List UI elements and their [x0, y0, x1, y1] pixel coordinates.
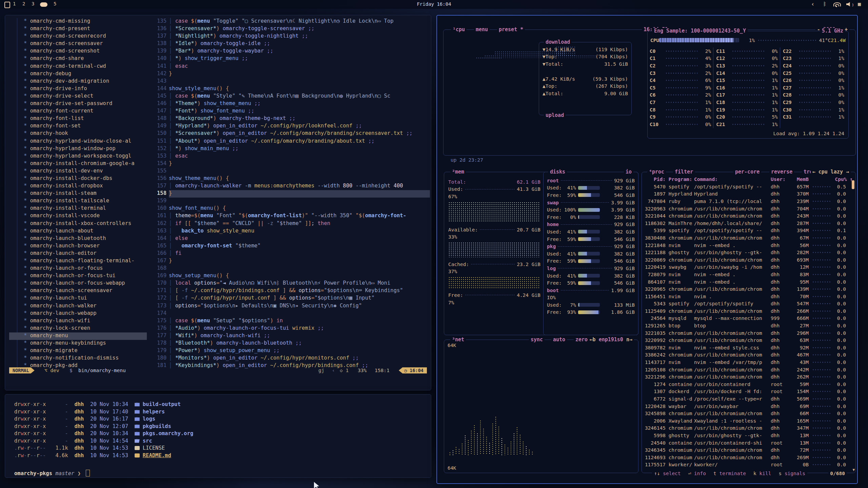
file-item[interactable]: * omarchy-launch-or-focus-tui [9, 272, 147, 280]
footer-info[interactable]: ⏎ info [688, 471, 706, 476]
net-interface[interactable]: ←b enp191s0 n→ [588, 337, 634, 343]
proc-row[interactable]: 1143717 nvimnvim --embed /var/tmp/pdhh43… [645, 359, 853, 366]
mem-tab[interactable]: ²mem [450, 169, 466, 175]
file-item[interactable]: * omarchy-cmd-share [9, 55, 147, 63]
proc-row[interactable]: 5399 spotify/opt/spotify/spotify --dhh39… [645, 227, 853, 235]
proc-row[interactable]: 3221044 chromium/usr/lib/chromium/chromd… [645, 212, 853, 220]
file-item[interactable]: * omarchy-launch-floating-terminal- [9, 258, 147, 265]
proc-row[interactable]: 1205108 chromium/usr/lib/chromium/chromd… [645, 366, 853, 373]
proc-row[interactable]: 3245898 chromium/usr/lib/chromium/chromd… [645, 410, 853, 417]
proc-row[interactable]: 3246345 chromium/usr/lib/chromium/chromd… [645, 446, 853, 454]
proc-row[interactable]: 3830408 chromium/usr/lib/chromium/chromd… [645, 234, 853, 242]
proc-row[interactable]: 2006 XwaylandXwayland :1 -rootless -dhh1… [645, 417, 853, 425]
file-item[interactable]: * omarchy-install-steam [9, 190, 147, 198]
file-item[interactable]: * omarchy-migrate [9, 347, 147, 355]
file-item[interactable]: * omarchy-drive-info [9, 85, 147, 93]
proc-tab-2[interactable]: per-core [733, 169, 761, 175]
file-item[interactable]: * omarchy-menu [9, 332, 147, 340]
file-item[interactable]: * omarchy-hyprland-window-close-al [9, 138, 147, 145]
proc-row[interactable]: 5998 ghostty/usr/bin/ghostty --gtk-dhh13… [645, 432, 853, 439]
file-item[interactable]: * omarchy-launch-browser [9, 243, 147, 250]
proc-row[interactable]: 1307 dockerd/usr/bin/dockerd -H fd:root1… [645, 388, 853, 395]
disks-tab[interactable]: disks [548, 169, 567, 175]
proc-row[interactable]: 1125409 chromium/usr/lib/chromium/chromd… [645, 307, 853, 315]
io-tab[interactable]: io [624, 169, 633, 175]
file-item[interactable]: * omarchy-install-dropbox [9, 183, 147, 190]
file-item[interactable]: * omarchy-install-tailscale [9, 198, 147, 205]
footer-select[interactable]: ↑↓ select [654, 471, 681, 476]
net-tab-zero[interactable]: zero [574, 337, 589, 343]
proc-row[interactable]: 24540 containe/usr/bin/containerd-shiroo… [645, 439, 853, 447]
listing-row[interactable]: drwxr-xr-x - dhh 20 Nov 10:34 build-outp… [14, 401, 421, 409]
proc-row[interactable]: 3220869 chromium/usr/lib/chromium/chromd… [645, 256, 853, 264]
file-item[interactable]: * omarchy-launch-editor [9, 250, 147, 258]
proc-row[interactable]: 1156451 nvimnvim .dhh70M0.0 [645, 293, 853, 300]
listing-row[interactable]: drwxr-xr-x - dhh 10 Nov 14:54 src [14, 438, 421, 445]
file-item[interactable]: * omarchy-cmd-screensaver [9, 40, 147, 48]
disk-name-row[interactable]: home929 GiB [547, 221, 635, 228]
proc-row[interactable]: 3809782 nvimnvim --embed style.cssdhh92M… [645, 344, 853, 351]
chevron-left-icon[interactable]: ‹ [811, 1, 814, 7]
disk-name-row[interactable]: root929 GiB [547, 177, 635, 184]
listing-row[interactable]: drwxr-xr-x - dhh 20 Nov 16:17 logs [14, 416, 421, 423]
file-item[interactable]: * omarchy-install-vscode [9, 212, 147, 220]
proc-row[interactable]: 1274 containe/usr/bin/containerdroot59M0… [645, 381, 853, 388]
proc-tab-0[interactable]: ⁴proc [647, 169, 666, 175]
proc-row[interactable]: 1220419 swaybg/usr/bin/swaybg -i /homdhh… [645, 264, 853, 271]
file-item[interactable]: * omarchy-lock-screen [9, 325, 147, 332]
file-item[interactable]: * omarchy-launch-walker [9, 303, 147, 310]
net-tab-auto[interactable]: auto [551, 337, 567, 343]
proc-row[interactable]: 747804 rubypuma 7.1.0 (tcp://localdhh239… [645, 198, 853, 205]
file-item[interactable]: * omarchy-font-set [9, 123, 147, 130]
file-item[interactable]: * omarchy-launch-screensaver [9, 287, 147, 295]
proc-row[interactable]: 6772 signal-d/proc/self/exe --type=rdhh5… [645, 395, 853, 403]
proc-row[interactable]: 3220992 chromium/usr/lib/chromium/chromd… [645, 337, 853, 344]
file-item[interactable]: * omarchy-install-docker-dbs [9, 175, 147, 183]
file-item[interactable]: * omarchy-cmd-screenrecord [9, 33, 147, 40]
proc-row[interactable]: 3221296 chromium/usr/lib/chromium/chromd… [645, 373, 853, 381]
listing-row[interactable]: drwxr-xr-x - dhh 20 Nov 10:34 pkgs.omarc… [14, 430, 421, 438]
proc-row[interactable]: 1897 HyprlandHyprlanddhh370M0.0 [645, 190, 853, 198]
file-item[interactable]: * omarchy-install-terminal [9, 205, 147, 212]
listing-row[interactable]: .rw-r--r-- 1.1k dhh 10 Nov 14:53 LICENSE [14, 445, 421, 452]
file-item[interactable]: * omarchy-notification-dismiss [9, 355, 147, 362]
cpu-icon[interactable]: ▦ [858, 1, 861, 7]
proc-row[interactable]: 5470 spotify/opt/spotify/spotify --dhh65… [645, 183, 853, 190]
code-pane[interactable]: │ case $(menu "Toggle" "▢ Screensaver\n☾… [169, 18, 430, 370]
shell-prompt[interactable]: omarchy-pkgs master ❯ [14, 470, 90, 476]
file-item[interactable]: * omarchy-hyprland-window-pop [9, 145, 147, 153]
file-item[interactable]: * omarchy-launch-wifi [9, 318, 147, 325]
proc-tab-1[interactable]: filter [673, 169, 695, 175]
current-file[interactable]: bin/omarchy-menu [78, 368, 126, 373]
net-tab-sync[interactable]: sync [529, 337, 545, 343]
file-item[interactable]: * omarchy-launch-about [9, 228, 147, 235]
file-item[interactable]: * omarchy-install-dev-env [9, 168, 147, 175]
proc-tab-3[interactable]: reverse [769, 169, 794, 175]
file-item[interactable]: * omarchy-launch-bluetooth [9, 235, 147, 243]
footer-kill[interactable]: k kill [753, 471, 771, 476]
file-item[interactable]: * omarchy-debug [9, 70, 147, 78]
file-item[interactable]: * omarchy-cmd-present [9, 25, 147, 33]
proc-row[interactable]: 3221035 chromium/usr/lib/chromium/chromd… [645, 329, 853, 337]
disk-name-row[interactable]: swap3.99 GiB [547, 199, 635, 206]
file-item[interactable]: * omarchy-hook [9, 130, 147, 138]
cpu-tab-2[interactable]: preset * [497, 26, 525, 33]
footer-terminate[interactable]: t terminate [713, 471, 746, 476]
disk-name-row[interactable]: log929 GiB [547, 265, 635, 272]
file-item[interactable]: * omarchy-menu-keybindings [9, 340, 147, 347]
file-item[interactable]: * omarchy-launch-or-focus [9, 265, 147, 272]
file-item[interactable]: * omarchy-cmd-missing [9, 18, 147, 25]
proc-row[interactable]: 1221188 ghostty/usr/bin/ghostty --gtk-dh… [645, 249, 853, 256]
proc-row[interactable]: 1220428 waybar/usr/bin/waybardhh69M0.0 [645, 403, 853, 410]
proc-row[interactable]: 864107 nvimnvim --embed .dhh95M0.0 [645, 278, 853, 286]
proc-row[interactable]: 1291265 btopbtopdhh27M0.0 [645, 322, 853, 329]
file-item[interactable]: * omarchy-cmd-screenshot [9, 48, 147, 55]
proc-row[interactable]: 1186302 MainThre/home/dhh/.local/share/d… [645, 220, 853, 227]
file-item[interactable]: * omarchy-cmd-terminal-cwd [9, 63, 147, 70]
proc-row[interactable]: 3386242 chromium/usr/lib/chromium/chromd… [645, 351, 853, 359]
listing-row[interactable]: drwxr-xr-x - dhh 10 Nov 17:40 helpers [14, 409, 421, 416]
listing-row[interactable]: .rw-r--r-- 4.6k dhh 10 Nov 14:53 README.… [14, 452, 421, 460]
file-item[interactable]: * omarchy-dev-add-migration [9, 78, 147, 85]
file-item[interactable]: * omarchy-drive-select [9, 93, 147, 100]
diagnostics[interactable]: ◇ 1 [340, 368, 349, 373]
